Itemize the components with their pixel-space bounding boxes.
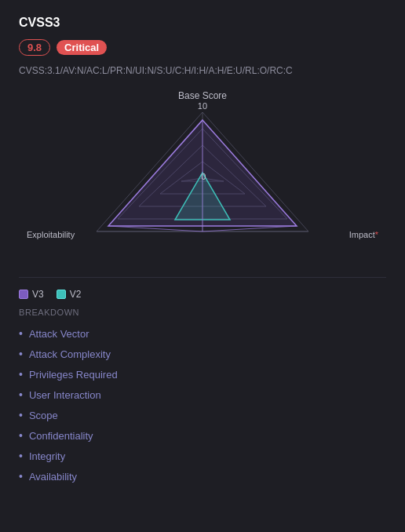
- base-score-label: Base Score: [178, 90, 227, 101]
- chart-label-bottom-right: Impact*: [349, 230, 378, 239]
- list-item: User Interaction: [19, 384, 386, 405]
- legend-v2-label: V2: [70, 289, 82, 300]
- list-item: Confidentiality: [19, 425, 386, 446]
- breakdown-heading: Breakdown: [19, 308, 386, 317]
- legend-v3: V3: [19, 289, 44, 300]
- severity-badge: Critical: [57, 40, 107, 55]
- legend-v2: V2: [57, 289, 82, 300]
- legend-row: V3 V2: [19, 289, 386, 300]
- base-score-value: 10: [198, 101, 207, 111]
- list-item: Integrity: [19, 446, 386, 466]
- legend-v3-box: [19, 290, 28, 299]
- chart-label-bottom-left: Exploitability: [27, 230, 75, 239]
- cvss-string: CVSS:3.1/AV:N/AC:L/PR:N/UI:N/S:U/C:H/I:H…: [19, 65, 386, 76]
- divider-1: [19, 277, 386, 278]
- legend-v2-box: [57, 290, 66, 299]
- score-badge: 9.8: [19, 39, 50, 56]
- list-item: Availability: [19, 466, 386, 486]
- legend-v3-label: V3: [32, 289, 44, 300]
- list-item: Scope: [19, 405, 386, 425]
- list-item: Privileges Required: [19, 364, 386, 384]
- chart-labels: Base Score 10 Exploitability Impact* 0: [19, 90, 386, 263]
- chart-label-center: 0: [201, 172, 206, 181]
- breakdown-section: Breakdown Attack VectorAttack Complexity…: [19, 308, 386, 486]
- chart-label-top: Base Score 10: [178, 90, 227, 111]
- badges-row: 9.8 Critical: [19, 39, 386, 56]
- list-item: Attack Vector: [19, 323, 386, 344]
- chart-area: Base Score 10 Exploitability Impact* 0: [19, 90, 386, 263]
- section-title: CVSS3: [19, 16, 386, 30]
- breakdown-list: Attack VectorAttack ComplexityPrivileges…: [19, 323, 386, 486]
- list-item: Attack Complexity: [19, 344, 386, 364]
